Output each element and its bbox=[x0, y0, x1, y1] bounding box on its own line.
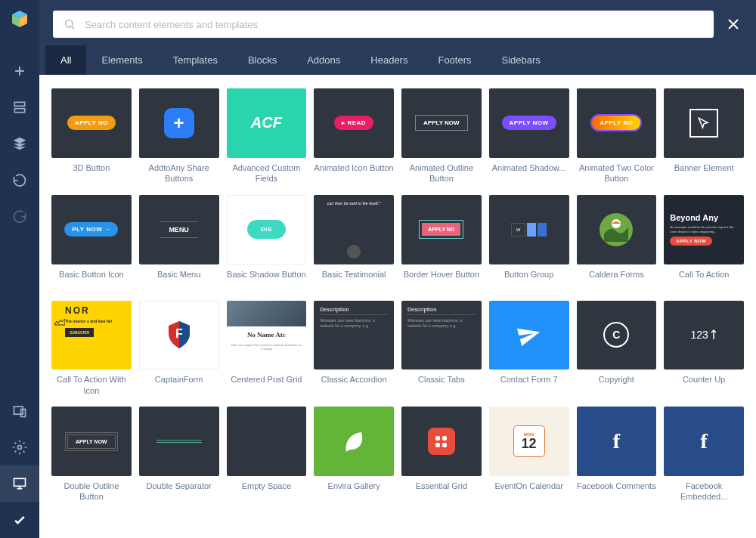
facebook-icon: f bbox=[700, 429, 707, 453]
tab-headers[interactable]: Headers bbox=[355, 45, 423, 75]
redo-icon[interactable] bbox=[0, 198, 39, 234]
settings-icon[interactable] bbox=[0, 429, 39, 465]
tab-templates[interactable]: Templates bbox=[158, 45, 233, 75]
svg-rect-4 bbox=[14, 109, 24, 113]
element-card[interactable]: APPLY NO 3D Button bbox=[51, 88, 132, 184]
copyright-icon: C bbox=[603, 322, 629, 348]
layers-icon[interactable] bbox=[0, 125, 39, 162]
send-icon bbox=[514, 320, 544, 350]
svg-point-9 bbox=[66, 20, 73, 27]
element-card[interactable]: + AddtoAny Share Buttons bbox=[139, 88, 219, 184]
element-card[interactable]: f Facebook Embedded... bbox=[664, 407, 744, 502]
shield-icon: F bbox=[166, 320, 193, 350]
element-card[interactable]: Beyond AnyAn example could be the purcha… bbox=[664, 195, 744, 290]
search-icon bbox=[64, 18, 76, 30]
check-icon[interactable] bbox=[0, 502, 39, 538]
element-card[interactable]: 123 Counter Up bbox=[664, 301, 744, 397]
left-sidebar bbox=[0, 0, 39, 538]
tabs: All Elements Templates Blocks Addons Hea… bbox=[39, 45, 756, 75]
element-card[interactable]: Envira Gallery bbox=[314, 407, 394, 502]
desktop-icon[interactable] bbox=[0, 465, 39, 502]
element-card[interactable]: Empty Space bbox=[227, 407, 307, 502]
element-card[interactable]: MON12 EventOn Calendar bbox=[489, 407, 569, 502]
element-card[interactable]: Essential Grid bbox=[401, 407, 482, 502]
tab-elements[interactable]: Elements bbox=[86, 45, 157, 75]
tab-blocks[interactable]: Blocks bbox=[233, 45, 292, 75]
svg-rect-3 bbox=[14, 102, 24, 106]
app-root: All Elements Templates Blocks Addons Hea… bbox=[0, 0, 756, 538]
content: APPLY NO 3D Button + AddtoAny Share Butt… bbox=[39, 75, 756, 538]
element-card[interactable]: Double Separator bbox=[139, 407, 219, 502]
element-card[interactable]: ▸ READ Animated Icon Button bbox=[314, 88, 394, 184]
element-card[interactable]: APPLY NOW Animated Shadow... bbox=[489, 88, 569, 184]
caldera-icon bbox=[596, 210, 636, 249]
element-card[interactable]: DescriptionWebsites can have fashions; a… bbox=[401, 301, 482, 397]
element-card[interactable]: NORThe interior o and lava fielSUBSCRIB … bbox=[51, 301, 132, 397]
facebook-icon: f bbox=[613, 429, 620, 453]
element-card[interactable]: Caldera Forms bbox=[577, 195, 657, 290]
logo bbox=[9, 9, 30, 30]
element-card[interactable]: DescriptionWebsites can have fashions; a… bbox=[314, 301, 394, 397]
search-box[interactable] bbox=[53, 11, 714, 38]
main: All Elements Templates Blocks Addons Hea… bbox=[39, 0, 756, 538]
undo-icon[interactable] bbox=[0, 162, 39, 198]
close-icon[interactable] bbox=[724, 15, 742, 33]
add-icon[interactable] bbox=[0, 53, 39, 89]
element-card[interactable]: can then be said to fee itself." Basic T… bbox=[314, 195, 394, 290]
calendar-icon: MON12 bbox=[513, 425, 545, 457]
element-card[interactable]: APPLY NO Animated Two Color Button bbox=[577, 88, 657, 184]
svg-point-7 bbox=[18, 446, 22, 450]
element-card[interactable]: f Facebook Comments bbox=[577, 407, 657, 502]
element-card[interactable]: APPLY NO Border Hover Button bbox=[401, 195, 482, 290]
devices-icon[interactable] bbox=[0, 393, 39, 429]
tab-addons[interactable]: Addons bbox=[292, 45, 355, 75]
element-card[interactable]: No Name AtcOne can regard the system a v… bbox=[227, 301, 307, 397]
search-bar bbox=[39, 0, 756, 45]
element-card[interactable]: PLY NOW → Basic Button Icon bbox=[51, 195, 132, 290]
element-card[interactable]: Banner Element bbox=[664, 88, 744, 184]
element-card[interactable]: APPLY NOW Animated Outline Button bbox=[401, 88, 482, 184]
tab-footers[interactable]: Footers bbox=[423, 45, 486, 75]
cursor-icon bbox=[689, 109, 718, 138]
element-card[interactable]: DIS Basic Shadow Button bbox=[227, 195, 307, 290]
element-card[interactable]: C Copyright bbox=[577, 301, 657, 397]
element-card[interactable]: ACF Advanced Custom Fields bbox=[227, 88, 307, 184]
element-card[interactable]: Contact Form 7 bbox=[489, 301, 569, 397]
element-card[interactable]: MENU Basic Menu bbox=[139, 195, 219, 290]
element-card[interactable]: F CaptainForm bbox=[139, 301, 219, 397]
element-card[interactable]: W Button Group bbox=[489, 195, 569, 290]
elements-grid: APPLY NO 3D Button + AddtoAny Share Butt… bbox=[51, 88, 744, 502]
plus-icon: + bbox=[164, 108, 194, 138]
tab-sidebars[interactable]: Sidebars bbox=[487, 45, 556, 75]
svg-rect-8 bbox=[14, 478, 26, 486]
element-card[interactable]: APPLY NOW Double Outline Button bbox=[51, 407, 132, 502]
svg-text:F: F bbox=[175, 327, 183, 340]
search-input[interactable] bbox=[85, 19, 703, 30]
panel-icon[interactable] bbox=[0, 89, 39, 125]
leaf-icon bbox=[339, 426, 369, 456]
tab-all[interactable]: All bbox=[45, 45, 86, 75]
grid-icon bbox=[428, 428, 455, 455]
